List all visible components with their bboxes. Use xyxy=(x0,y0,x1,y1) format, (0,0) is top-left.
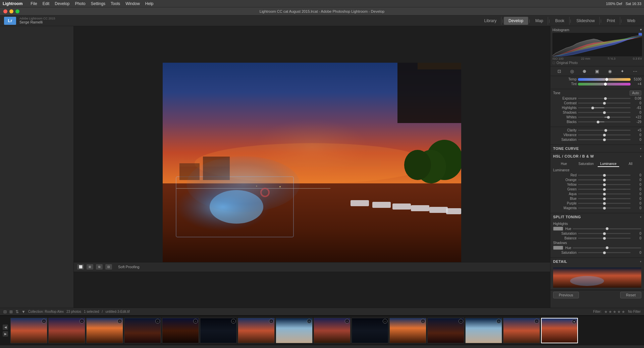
hsl-header[interactable]: HSL / Color / B & W ▾ xyxy=(550,153,644,160)
previous-button[interactable]: Previous xyxy=(553,292,579,298)
hsl-toggle[interactable]: ▾ xyxy=(640,155,641,158)
file-menu-item[interactable]: File xyxy=(31,1,37,6)
minimize-button[interactable] xyxy=(9,9,13,13)
film-thumb-selected[interactable]: ● xyxy=(541,318,578,343)
tab-web[interactable]: Web xyxy=(623,17,640,25)
thumb-badge-12: ○ xyxy=(459,319,463,324)
view-mode-compare-btn[interactable]: ⧉ xyxy=(96,264,103,270)
sort-icon[interactable]: ⇅ xyxy=(15,309,19,314)
tools-menu-item[interactable]: Tools xyxy=(111,1,120,6)
hsl-blue-slider[interactable] xyxy=(578,198,631,199)
hsl-magenta-slider[interactable] xyxy=(578,208,631,209)
film-thumb-4[interactable]: ○ xyxy=(124,318,161,343)
edit-menu-item[interactable]: Edit xyxy=(43,1,50,6)
tab-print[interactable]: Print xyxy=(602,17,620,25)
hsl-tab-luminance[interactable]: Luminance xyxy=(598,161,619,167)
hsl-green-slider[interactable] xyxy=(578,189,631,190)
histogram-expand-icon[interactable]: ▾ xyxy=(640,27,642,32)
develop-menu-item[interactable]: Develop xyxy=(55,1,69,6)
tab-map[interactable]: Map xyxy=(531,17,548,25)
whites-label: Whites xyxy=(553,115,577,119)
hsl-orange-slider[interactable] xyxy=(578,179,631,180)
hsl-tab-hue[interactable]: Hue xyxy=(553,161,575,167)
crop-tool[interactable]: ⊡ xyxy=(556,68,563,74)
shadows-hue-slider[interactable] xyxy=(573,247,641,248)
highlights-slider[interactable] xyxy=(578,107,631,108)
tone-curve-header[interactable]: Tone Curve ▾ xyxy=(550,145,644,152)
filter-icon[interactable]: ▼ xyxy=(21,309,25,314)
film-thumb-3[interactable]: ○ xyxy=(86,318,123,343)
view-mode-single-btn[interactable]: ⬜ xyxy=(77,264,84,270)
film-thumb-1[interactable]: ○ xyxy=(10,318,47,343)
hsl-aqua-slider[interactable] xyxy=(578,193,631,194)
hsl-tab-all[interactable]: All xyxy=(620,161,641,167)
film-thumb-10[interactable]: ○ xyxy=(352,318,388,343)
spot-heal-tool[interactable]: ◎ xyxy=(568,68,576,74)
help-menu-item[interactable]: Help xyxy=(145,1,154,6)
window-menu-item[interactable]: Window xyxy=(125,1,140,6)
star-rating: ★ ★ ★ ★ ★ xyxy=(604,309,625,314)
tab-develop[interactable]: Develop xyxy=(504,17,528,25)
original-photo-check[interactable]: ☐ Original Photo xyxy=(552,61,642,65)
maximize-button[interactable] xyxy=(15,9,19,13)
hsl-red-slider[interactable] xyxy=(578,175,631,176)
filmstrip-prev-btn[interactable]: ◀ xyxy=(3,325,8,330)
whites-slider[interactable] xyxy=(578,117,631,118)
redeye-tool[interactable]: ⊕ xyxy=(581,68,588,74)
shadows-color-swatch[interactable] xyxy=(553,246,563,250)
tab-book[interactable]: Book xyxy=(550,17,569,25)
blacks-slider[interactable] xyxy=(578,121,631,122)
hsl-tab-saturation[interactable]: Saturation xyxy=(575,161,597,167)
hsl-yellow-slider[interactable] xyxy=(578,184,631,185)
film-thumb-2[interactable]: ○ xyxy=(48,318,85,343)
film-thumb-12[interactable]: ○ xyxy=(427,318,464,343)
highlights-color-swatch[interactable] xyxy=(553,227,563,231)
highlights-hue-slider[interactable] xyxy=(573,228,641,229)
film-thumb-9[interactable]: ○ xyxy=(314,318,351,343)
tint-slider[interactable] xyxy=(578,83,631,85)
filmstrip-toggle-icon[interactable]: ⊞ xyxy=(9,309,13,314)
vibrance-slider[interactable] xyxy=(578,134,631,135)
split-toning-header[interactable]: Split Toning ▾ xyxy=(550,213,644,221)
photo-menu-item[interactable]: Photo xyxy=(75,1,85,6)
temp-slider[interactable] xyxy=(578,78,631,81)
saturation-slider[interactable] xyxy=(578,139,631,140)
film-thumb-14[interactable]: ○ xyxy=(503,318,540,343)
close-button[interactable] xyxy=(3,9,7,13)
soft-proofing-toggle[interactable]: Soft Proofing xyxy=(118,265,140,269)
detail-toggle[interactable]: ▾ xyxy=(640,260,641,263)
view-mode-grid-btn[interactable]: ⊞ xyxy=(87,264,93,270)
reset-button[interactable]: Reset xyxy=(620,292,641,298)
graduated-filter-tool[interactable]: ▣ xyxy=(593,68,601,74)
exposure-slider[interactable] xyxy=(578,98,631,99)
film-thumb-13[interactable]: ○ xyxy=(465,318,502,343)
filmstrip-controls-icon[interactable]: ⊟ xyxy=(3,309,7,314)
filmstrip-next-btn[interactable]: ▶ xyxy=(3,331,8,337)
balance-slider[interactable] xyxy=(578,238,631,239)
tab-library[interactable]: Library xyxy=(480,17,502,25)
tab-slideshow[interactable]: Slideshow xyxy=(572,17,600,25)
more-tool[interactable]: ⋯ xyxy=(631,68,639,74)
brush-tool[interactable]: ✦ xyxy=(619,68,626,74)
highlights-sat-slider[interactable] xyxy=(578,233,631,234)
detail-header[interactable]: Detail ▾ xyxy=(550,258,644,265)
auto-tone-button[interactable]: Auto xyxy=(630,91,641,96)
radial-filter-tool[interactable]: ◉ xyxy=(606,68,613,74)
shadows-slider[interactable] xyxy=(578,112,631,113)
app-menu-item[interactable]: Lightroom xyxy=(3,1,22,6)
settings-menu-item[interactable]: Settings xyxy=(91,1,105,6)
contrast-slider[interactable] xyxy=(578,103,631,104)
window-controls[interactable] xyxy=(3,9,19,13)
tone-curve-toggle[interactable]: ▾ xyxy=(640,147,641,150)
hsl-green-value: 0 xyxy=(632,187,641,191)
view-mode-survey-btn[interactable]: ⊟ xyxy=(105,264,112,270)
film-thumb-11[interactable]: ○ xyxy=(389,318,426,343)
film-thumb-5[interactable]: ○ xyxy=(162,318,199,343)
film-thumb-7[interactable]: ○ xyxy=(238,318,275,343)
film-thumb-8[interactable]: ○ xyxy=(276,318,313,343)
hsl-purple-slider[interactable] xyxy=(578,203,631,204)
film-thumb-6[interactable]: ○ xyxy=(200,318,237,343)
clarity-slider[interactable] xyxy=(578,130,631,131)
shadows-sat-slider[interactable] xyxy=(578,252,631,253)
split-toning-toggle[interactable]: ▾ xyxy=(640,216,641,219)
